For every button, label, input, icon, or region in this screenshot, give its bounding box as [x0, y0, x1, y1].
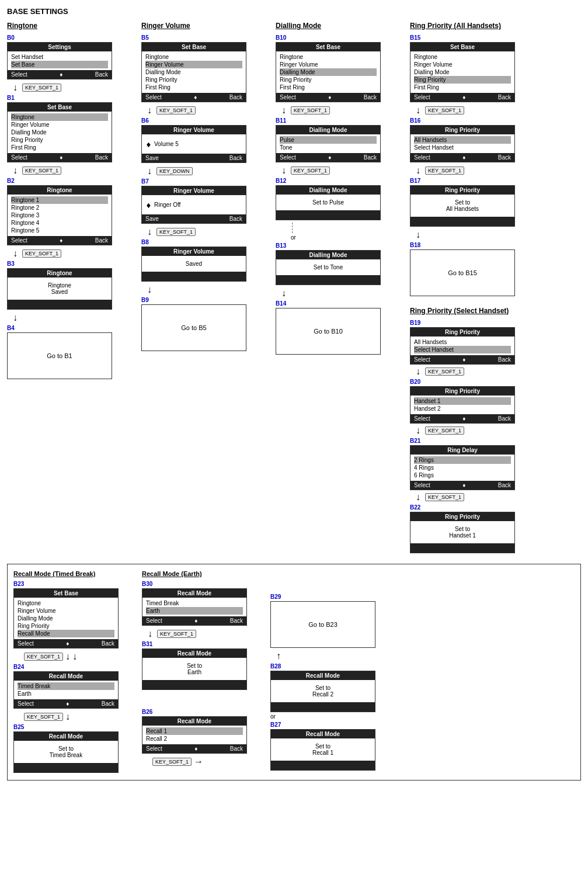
arrow-b13-b14: ↓ [276, 288, 286, 299]
label-b30: B30 [142, 581, 152, 587]
screen-b22: Ring Priority Set toHandset 1 [410, 512, 515, 553]
screen-b8: Ringer Volume Saved [141, 247, 246, 282]
dialling-mode-title: Dialling Mode [276, 22, 321, 30]
ringtone-title: Ringtone [7, 22, 37, 30]
label-b7: B7 [141, 178, 149, 185]
screen-b25: Recall Mode Set toTimed Break [13, 731, 119, 773]
arrow-b6-b7: ↓ KEY_DOWN [141, 166, 193, 176]
label-b2: B2 [7, 178, 15, 184]
label-b28: B28 [270, 663, 281, 670]
label-b8: B8 [141, 239, 149, 245]
arrow-b7-b8: ↓ KEY_SOFT_1 [141, 227, 196, 237]
ring-priority-select-title: Ring Priority (Select Handset) [410, 307, 515, 315]
screen-b13: Dialling Mode Set to Tone [276, 250, 381, 285]
screen-b7: Ringer Volume ⬧ Ringer Off Save Back [141, 186, 246, 224]
key-arrow-b26: KEY_SOFT_1 → [148, 757, 203, 767]
screen-b31: Recall Mode Set toEarth [142, 648, 247, 690]
arrow-b24-b25: KEY_SOFT_1 ↓ [13, 712, 70, 722]
arrow-b21-b22: ↓ KEY_SOFT_1 [410, 492, 515, 502]
goto-b18: Go to B15 [410, 249, 515, 296]
goto-b9: Go to B5 [141, 304, 246, 351]
screen-b26: Recall Mode Recall 1 Recall 2 Select ♦ B… [142, 716, 247, 754]
label-b26: B26 [142, 709, 152, 715]
screen-b3: Ringtone RingtoneSaved [7, 268, 112, 310]
label-b4: B4 [7, 325, 15, 331]
ring-priority-all-title: Ring Priority (All Handsets) [410, 22, 501, 30]
screen-b19: Ring Priority All Handsets Select Handse… [410, 327, 515, 365]
screen-b20: Ring Priority Handset 1 Handset 2 Select… [410, 386, 515, 424]
screen-b12: Dialling Mode Set to Pulse [276, 185, 381, 220]
goto-b4: Go to B1 [7, 332, 112, 379]
dashed-divider [292, 223, 293, 233]
arrow-b5-b6: ↓ KEY_SOFT_1 [141, 105, 196, 116]
label-b11: B11 [276, 117, 286, 124]
label-b14: B14 [276, 300, 286, 307]
screen-b21: Ring Delay 2 Rings 4 Rings 6 Rings Selec… [410, 445, 515, 490]
bottom-section: Recall Mode (Timed Break) B23 Set Base R… [7, 564, 581, 781]
arrow-b20-b21: ↓ KEY_SOFT_1 [410, 425, 515, 436]
arrow-b15-b16: ↓ KEY_SOFT_1 [410, 105, 464, 116]
screen-b16: Ring Priority All Handsets Select Handse… [410, 125, 515, 162]
label-b16: B16 [410, 117, 420, 124]
screen-b2: Ringtone Ringtone 1 Ringtone 2 Ringtone … [7, 185, 112, 245]
or-label: or [291, 234, 296, 241]
arrow-b0-b1: ↓ KEY_SOFT_1 [7, 82, 61, 93]
screen-b11: Dialling Mode Pulse Tone Select ♦ Back [276, 125, 381, 162]
screen-b1: Set Base Ringtone Ringer Volume Dialling… [7, 102, 112, 162]
recall-timed-break-title: Recall Mode (Timed Break) [13, 570, 95, 577]
label-b15: B15 [410, 34, 420, 41]
label-b24: B24 [13, 664, 24, 670]
ring-priority-select-section: Ring Priority (Select Handset) B19 Ring … [410, 307, 515, 554]
label-b0: B0 [7, 34, 15, 41]
ring-priority-all-column: Ring Priority (All Handsets) B15 Set Bas… [410, 22, 538, 554]
label-b31: B31 [142, 641, 152, 647]
arrow-b16-b17: ↓ KEY_SOFT_1 [410, 165, 464, 176]
arrow-b23-b24: KEY_SOFT_1 ↓ ↓ [13, 651, 77, 662]
arrow-b11-b12: ↓ KEY_SOFT_1 [276, 165, 330, 176]
screen-b15: Set Base Ringtone Ringer Volume Dialling… [410, 42, 515, 102]
arrow-b10-b11: ↓ KEY_SOFT_1 [276, 105, 330, 116]
page-title: BASE SETTINGS [7, 7, 581, 16]
label-b13: B13 [276, 242, 286, 249]
screen-b0: Settings Set Handset Set Base Select ♦ B… [7, 42, 112, 79]
screen-b28: Recall Mode Set toRecall 2 [270, 671, 375, 712]
label-b12: B12 [276, 178, 286, 184]
arrow-b30-b31: ↓ KEY_SOFT_1 [142, 629, 196, 639]
label-b18: B18 [410, 242, 420, 248]
label-b6: B6 [141, 117, 149, 124]
screen-b5: Set Base Ringtone Ringer Volume Dialling… [141, 42, 246, 102]
goto-b14: Go to B10 [276, 308, 381, 355]
screen-b27: Recall Mode Set toRecall 1 [270, 729, 375, 771]
label-b23: B23 [13, 581, 24, 587]
label-b10: B10 [276, 34, 286, 41]
screen-b23: Set Base Ringtone Ringer Volume Dialling… [13, 588, 119, 648]
ringer-volume-title: Ringer Volume [141, 22, 190, 30]
goto-b29: Go to B23 [270, 601, 375, 648]
arrow-b8-b9: ↓ [141, 285, 152, 295]
label-b22: B22 [410, 504, 515, 511]
screen-b24: Recall Mode Timed Break Earth Select ♦ B… [13, 671, 119, 709]
label-b29: B29 [270, 594, 281, 600]
recall-earth-col: Recall Mode (Earth) B30 Recall Mode Time… [142, 570, 265, 769]
label-b17: B17 [410, 178, 420, 184]
arrow-b3-b4: ↓ [7, 313, 18, 323]
screen-b30: Recall Mode Timed Break Earth Select ♦ B… [142, 588, 247, 626]
label-b20: B20 [410, 379, 515, 385]
or-label-recall: or [270, 713, 276, 720]
label-b3: B3 [7, 261, 15, 267]
screen-b10: Set Base Ringtone Ringer Volume Dialling… [276, 42, 381, 102]
arrow-b2-b3: ↓ KEY_SOFT_1 [7, 248, 61, 259]
label-b1: B1 [7, 95, 15, 101]
recall-right-col: B29 Go to B23 ↑ B28 Recall Mode Set toRe… [270, 570, 393, 772]
label-b21: B21 [410, 438, 515, 444]
recall-timed-break-col: Recall Mode (Timed Break) B23 Set Base R… [13, 570, 136, 774]
arrow-b17-b18: ↓ [410, 230, 420, 240]
screen-b6: Ringer Volume ⬧ Volume 5 Save Back [141, 125, 246, 163]
label-b25: B25 [13, 724, 24, 730]
label-b5: B5 [141, 34, 149, 41]
ringtone-column: Ringtone B0 Settings Set Handset Set Bas… [7, 22, 135, 380]
label-b27: B27 [270, 722, 281, 728]
ringer-volume-column: Ringer Volume B5 Set Base Ringtone Ringe… [141, 22, 270, 352]
label-b9: B9 [141, 297, 149, 303]
label-b19: B19 [410, 320, 515, 326]
